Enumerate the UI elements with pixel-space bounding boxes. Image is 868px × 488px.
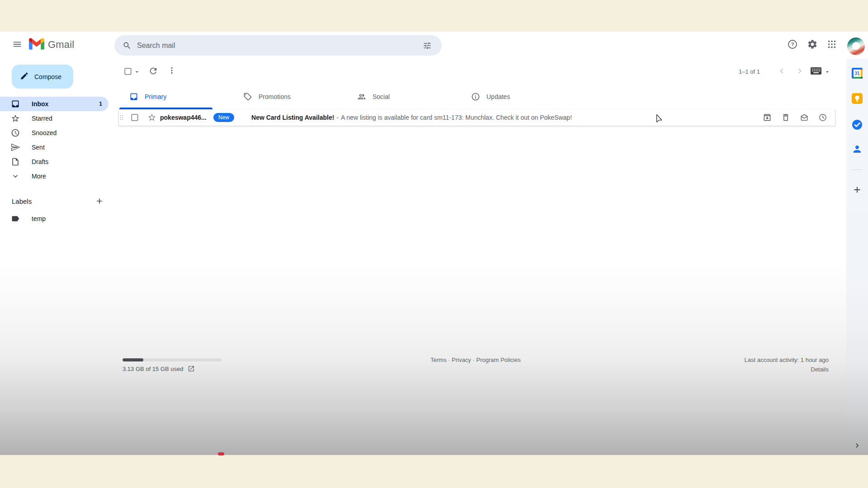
email-separator: - <box>336 114 339 121</box>
email-row[interactable]: pokeswap446... New New Card Listing Avai… <box>118 109 835 126</box>
google-apps-button[interactable] <box>823 36 841 54</box>
inbox-tabs: Primary Promotions Social Updates <box>119 84 575 109</box>
side-panel-collapse-icon[interactable] <box>851 439 863 452</box>
contacts-icon[interactable] <box>851 143 863 155</box>
sidebar-item-label: Snoozed <box>32 129 57 136</box>
side-panel-divider <box>852 169 863 170</box>
mark-read-icon[interactable] <box>799 112 810 123</box>
sidebar-label-temp[interactable]: temp <box>0 211 108 226</box>
svg-text:?: ? <box>791 42 794 47</box>
email-checkbox[interactable] <box>126 113 144 122</box>
gmail-m-icon <box>29 38 44 52</box>
open-in-new-icon[interactable] <box>188 365 195 372</box>
gmail-logo[interactable]: Gmail <box>29 38 74 52</box>
select-dropdown-caret-icon[interactable] <box>133 68 141 75</box>
red-marker <box>218 452 224 455</box>
email-subject: New Card Listing Available! <box>251 114 334 121</box>
email-text: New Card Listing Available! - A new list… <box>251 114 762 121</box>
footer-links: Terms · Privacy · Program Policies <box>116 357 835 363</box>
compose-button[interactable]: Compose <box>12 65 73 89</box>
tab-label: Social <box>373 93 390 100</box>
inbox-icon <box>11 99 20 108</box>
search-bar[interactable] <box>114 35 442 56</box>
draft-icon <box>11 157 20 166</box>
program-policies-link[interactable]: Program Policies <box>476 357 520 363</box>
sidebar-item-label: More <box>32 173 46 180</box>
label-name: temp <box>32 215 46 222</box>
storage-info: 3.13 GB of 15 GB used <box>123 365 195 372</box>
activity-details-link[interactable]: Details <box>811 366 829 373</box>
more-options-button[interactable] <box>167 66 176 75</box>
last-account-activity: Last account activity: 1 hour ago <box>745 357 829 363</box>
delete-icon[interactable] <box>780 112 791 123</box>
search-input[interactable] <box>137 42 423 50</box>
labels-title: Labels <box>12 197 32 205</box>
keep-icon[interactable] <box>851 92 863 105</box>
help-icon: ? <box>787 39 798 52</box>
storage-text: 3.13 GB of 15 GB used <box>123 366 183 372</box>
tab-updates[interactable]: Updates <box>461 84 575 109</box>
account-avatar[interactable] <box>847 38 865 55</box>
sidebar-item-more[interactable]: More <box>0 169 108 183</box>
main-menu-button[interactable] <box>7 35 27 55</box>
sidebar-item-label: Starred <box>32 115 52 122</box>
calendar-icon[interactable]: 31 <box>851 67 863 80</box>
clock-icon <box>11 128 20 137</box>
header: Gmail ? <box>0 32 868 59</box>
input-method-icon[interactable] <box>810 67 822 75</box>
svg-text:31: 31 <box>854 71 860 76</box>
tab-social[interactable]: Social <box>347 84 461 109</box>
sidebar-item-label: Inbox <box>32 100 48 108</box>
tasks-icon[interactable] <box>851 118 863 131</box>
companion-side-panel: 31 <box>846 59 868 455</box>
tag-icon <box>243 92 252 101</box>
sidebar-item-label: Sent <box>32 144 45 151</box>
sidebar: Compose Inbox 1 Starred Snoozed <box>0 59 116 455</box>
hamburger-icon <box>12 39 22 51</box>
sidebar-item-sent[interactable]: Sent <box>0 140 108 155</box>
archive-icon[interactable] <box>762 112 773 123</box>
separator-dot: · <box>448 357 450 363</box>
privacy-link[interactable]: Privacy <box>452 357 471 363</box>
tab-label: Primary <box>145 93 166 100</box>
primary-tab-icon <box>129 92 138 101</box>
sidebar-item-inbox[interactable]: Inbox 1 <box>0 97 108 111</box>
sidebar-item-drafts[interactable]: Drafts <box>0 155 108 169</box>
main-content: 1–1 of 1 Primary <box>116 59 835 455</box>
star-icon <box>11 114 20 123</box>
tab-promotions[interactable]: Promotions <box>233 84 347 109</box>
pencil-icon <box>20 71 29 82</box>
email-hover-actions <box>762 112 835 123</box>
pagination-status: 1–1 of 1 <box>739 68 760 75</box>
gmail-app: Gmail ? <box>0 32 868 455</box>
sidebar-item-snoozed[interactable]: Snoozed <box>0 126 108 140</box>
email-snippet: A new listing is available for card sm11… <box>341 114 572 121</box>
snooze-icon[interactable] <box>817 112 828 123</box>
compose-label: Compose <box>34 73 61 80</box>
select-all-checkbox[interactable] <box>124 67 132 75</box>
help-button[interactable]: ? <box>783 36 802 54</box>
newer-page-button[interactable] <box>777 66 787 76</box>
drag-handle-icon[interactable] <box>119 113 124 122</box>
get-addons-button[interactable] <box>851 183 863 196</box>
separator-dot: · <box>473 357 475 363</box>
search-filter-icon[interactable] <box>423 41 432 50</box>
add-label-button[interactable] <box>94 196 105 206</box>
labels-header: Labels <box>0 194 116 208</box>
input-method-caret-icon[interactable] <box>824 68 831 75</box>
tab-label: Updates <box>486 93 510 100</box>
sidebar-nav: Inbox 1 Starred Snoozed Sent <box>0 97 116 183</box>
terms-link[interactable]: Terms <box>430 357 446 363</box>
settings-button[interactable] <box>803 36 821 54</box>
email-sender: pokeswap446... <box>160 114 213 121</box>
older-page-button[interactable] <box>795 66 805 76</box>
search-icon[interactable] <box>123 41 132 50</box>
label-icon <box>11 214 20 223</box>
chevron-down-icon <box>11 172 20 181</box>
email-star-icon[interactable] <box>144 113 160 122</box>
sidebar-item-starred[interactable]: Starred <box>0 111 108 126</box>
list-toolbar: 1–1 of 1 <box>116 59 835 84</box>
refresh-button[interactable] <box>148 66 158 76</box>
tab-primary[interactable]: Primary <box>119 84 233 109</box>
tab-label: Promotions <box>259 93 291 100</box>
